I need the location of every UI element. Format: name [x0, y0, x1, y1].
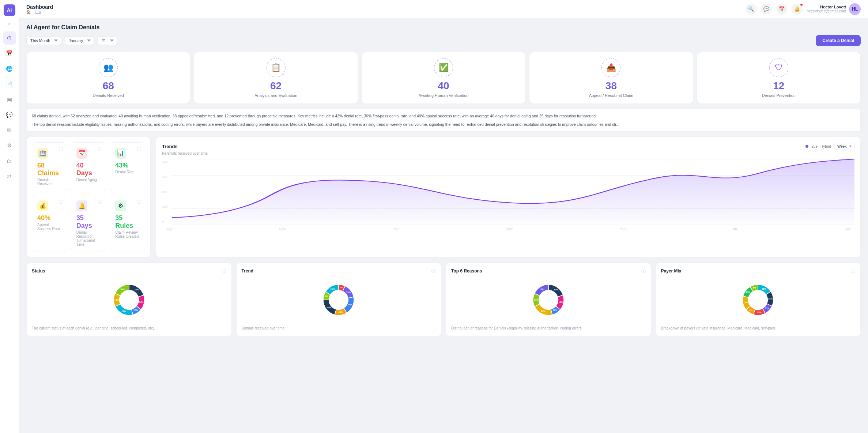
stat-info-icon-2[interactable]: ⓘ — [137, 146, 141, 153]
user-name: Hector Lovett — [807, 5, 846, 9]
trends-controls: 259 Hybrid Week — [805, 143, 854, 150]
stat-label-4: Denial Resolution Turnaround Time — [76, 230, 101, 246]
svg-text:16%: 16% — [768, 297, 773, 300]
donut-description-1: Denials received over time — [242, 325, 436, 331]
donut-chart-2: 20%16%10%22%14%18% — [451, 278, 646, 322]
svg-text:16%: 16% — [558, 301, 563, 303]
trends-subtitle: Referrals received over time — [162, 151, 854, 155]
metric-label-3: Appeal / Resubmit Claim — [589, 93, 633, 98]
stat-label-2: Denial Rate — [115, 170, 140, 174]
sidebar-item-layers[interactable]: ▣ — [3, 93, 16, 106]
stat-info-icon-5[interactable]: ⓘ — [137, 199, 141, 205]
stat-icon-0: 🏥 — [37, 148, 48, 159]
breadcrumb-home-icon[interactable]: 🏠 — [26, 10, 31, 14]
stat-value-5: 35 Rules — [115, 214, 140, 230]
stat-card-1: ⓘ 📅 40 Days Denial Aging — [71, 142, 106, 191]
calendar-button[interactable]: 📅 — [776, 4, 787, 15]
trends-panel: Trends 259 Hybrid Week Referrals receive… — [156, 137, 861, 257]
svg-text:8%: 8% — [753, 286, 756, 289]
chat-button[interactable]: 💬 — [761, 4, 772, 15]
trends-header: Trends 259 Hybrid Week — [162, 143, 854, 150]
stat-info-icon-1[interactable]: ⓘ — [98, 146, 102, 153]
summary-text-1: 68 claims denied, with 62 analyzed and e… — [32, 113, 855, 119]
legend-label: Hybrid — [820, 144, 831, 148]
stat-info-icon-4[interactable]: ⓘ — [98, 199, 102, 205]
period-select[interactable]: This Month — [26, 36, 61, 45]
sidebar-item-mail[interactable]: ✉ — [3, 124, 16, 137]
sidebar-item-share[interactable]: ⇄ — [3, 170, 16, 183]
svg-text:7%: 7% — [340, 286, 343, 289]
bottom-grid: ⓘ 🏥 68 Claims Denials Received ⓘ 📅 40 Da… — [26, 137, 861, 257]
stat-info-icon-0[interactable]: ⓘ — [59, 146, 63, 153]
donut-chart-0: 20%16%10%22%14%18% — [32, 278, 226, 322]
sidebar-item-calendar[interactable]: 📅 — [3, 47, 16, 60]
y-label-200: 200 — [162, 190, 172, 194]
week-select[interactable]: Week — [834, 143, 854, 150]
metric-icon-0: 👥 — [99, 58, 118, 77]
metric-number-2: 40 — [438, 80, 449, 92]
svg-text:21%: 21% — [327, 306, 331, 308]
stat-icon-1: 📅 — [76, 148, 87, 159]
donut-description-0: The current status of each denial (e.g.,… — [32, 325, 226, 331]
sidebar-item-chat[interactable]: 💬 — [3, 108, 16, 121]
metric-label-0: Denials Received — [93, 93, 124, 98]
x-label-mon: MON — [279, 227, 287, 231]
user-info: Hector Lovett hectorlovett@email.com HL — [807, 3, 861, 15]
donut-card-title-0: Status — [32, 268, 45, 274]
sidebar-item-globe[interactable]: 🌐 — [3, 62, 16, 75]
y-label-300: 300 — [162, 175, 172, 179]
stat-cards-grid: ⓘ 🏥 68 Claims Denials Received ⓘ 📅 40 Da… — [32, 142, 145, 252]
svg-text:20%: 20% — [554, 289, 558, 291]
legend-dot — [805, 145, 808, 148]
donut-info-icon-2[interactable]: ⓘ — [641, 268, 646, 274]
main-content: Dashboard 🏠 · Link 🔍 💬 📅 🔔 Hector Lovett… — [19, 0, 868, 433]
svg-text:19%: 19% — [348, 304, 353, 306]
donut-card-3: Payer Mix ⓘ 16%16%11%13%9%15%13%8% Break… — [656, 263, 861, 336]
create-denial-button[interactable]: Create a Denial — [816, 35, 861, 46]
metric-card-0: 👥 68 Denials Received — [26, 52, 190, 104]
metric-cards-row: 👥 68 Denials Received 📋 62 Analysis and … — [26, 52, 861, 104]
search-button[interactable]: 🔍 — [746, 4, 756, 15]
sidebar-item-settings[interactable]: ⚙ — [3, 139, 16, 152]
y-label-400: 400 — [162, 161, 172, 164]
svg-text:9%: 9% — [750, 309, 753, 311]
sidebar-item-document[interactable]: 📄 — [3, 78, 16, 91]
donut-card-header-2: Top 6 Reasons ⓘ — [451, 268, 646, 274]
x-label-thu: THU — [620, 227, 627, 231]
x-label-fri: FRI — [733, 227, 739, 231]
donut-card-title-1: Trend — [242, 268, 254, 274]
breadcrumb-link[interactable]: Link — [35, 10, 41, 14]
stat-card-0: ⓘ 🏥 68 Claims Denials Received — [32, 142, 67, 191]
y-label-100: 100 — [162, 205, 172, 208]
notification-button[interactable]: 🔔 — [792, 4, 803, 15]
svg-text:16%: 16% — [331, 287, 335, 290]
sidebar-close-button[interactable]: × — [8, 22, 11, 26]
topbar: Dashboard 🏠 · Link 🔍 💬 📅 🔔 Hector Lovett… — [19, 0, 868, 18]
svg-text:22%: 22% — [121, 310, 126, 312]
content-area: AI Agent for Claim Denials This Month Ja… — [19, 18, 868, 433]
stat-card-2: ⓘ 📊 43% Denial Rate — [110, 142, 145, 191]
trend-chart — [172, 159, 854, 225]
sidebar: AI × ⏱ 📅 🌐 📄 ▣ 💬 ✉ ⚙ 🗂 ⇄ — [0, 0, 19, 433]
sidebar-item-files[interactable]: 🗂 — [3, 154, 16, 167]
metric-number-3: 38 — [605, 80, 617, 92]
metric-card-2: ✅ 40 Awaiting Human Verification — [362, 52, 525, 104]
stat-info-icon-3[interactable]: ⓘ — [59, 199, 63, 205]
filter-bar: This Month January 21 Create a Denial — [26, 35, 861, 46]
donut-card-2: Top 6 Reasons ⓘ 20%16%10%22%14%18% Distr… — [446, 263, 651, 336]
user-avatar[interactable]: HL — [849, 3, 861, 15]
donut-info-icon-1[interactable]: ⓘ — [431, 268, 436, 274]
donut-info-icon-3[interactable]: ⓘ — [851, 268, 855, 274]
month-select[interactable]: January — [65, 36, 94, 45]
day-select[interactable]: 21 — [98, 36, 117, 45]
trends-title: Trends — [162, 144, 178, 149]
stat-label-0: Denials Received — [37, 178, 62, 186]
summary-text-2: The top denial reasons include eligibili… — [32, 121, 855, 128]
svg-text:14%: 14% — [114, 298, 119, 301]
stat-value-4: 35 Days — [76, 214, 101, 230]
stat-value-1: 40 Days — [76, 162, 101, 177]
donut-card-header-0: Status ⓘ — [32, 268, 226, 274]
donut-info-icon-0[interactable]: ⓘ — [222, 268, 226, 274]
svg-text:16%: 16% — [762, 287, 767, 290]
sidebar-item-clock[interactable]: ⏱ — [3, 31, 16, 45]
